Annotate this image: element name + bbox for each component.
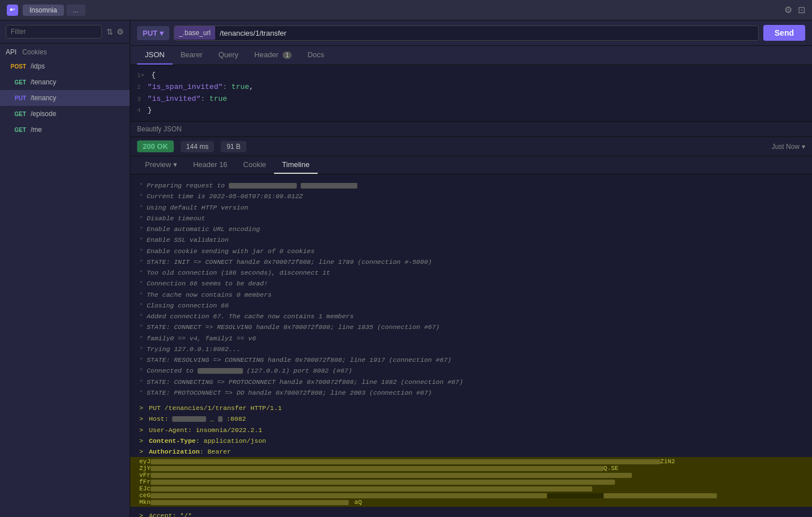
tl-line: * Added connection 67. The cache now con… — [130, 311, 812, 322]
tl-line: * Preparing request to — [130, 180, 812, 191]
tab-docs[interactable]: Docs — [300, 46, 332, 65]
tl-line: * Using default HTTP version — [130, 202, 812, 213]
body-line-3: 3"is_invited": true — [137, 93, 805, 105]
top-bar: Insomnia ... ⚙ ⊡ — [0, 0, 812, 20]
tab-timeline[interactable]: Timeline — [274, 156, 318, 174]
tl-line: * Disable timeout — [130, 213, 812, 224]
sidebar-item-post-idps[interactable]: POST /idps — [0, 58, 130, 74]
top-bar-icons: ⚙ ⊡ — [784, 5, 805, 15]
tl-line-auth: > Authorization: Bearer — [130, 446, 812, 457]
app-tab-insomnia[interactable]: Insomnia — [23, 5, 64, 16]
method-select[interactable]: PUT ▾ — [137, 26, 169, 40]
item-path: /idps — [31, 62, 45, 70]
sidebar-item-put-tenancy[interactable]: PUT /tenancy — [0, 90, 130, 106]
settings-icon[interactable]: ⚙ — [117, 27, 124, 36]
url-path: /tenancies/1/transfer — [215, 26, 291, 40]
sidebar: ⇅ ⚙ API Cookies POST /idps GET /tenancy … — [0, 20, 130, 517]
redacted — [218, 416, 223, 422]
tl-line: * STATE: RESOLVING => CONNECTING handle … — [130, 354, 812, 365]
timestamp: Just Now ▾ — [772, 143, 805, 151]
url-bar[interactable]: _.base_url /tenancies/1/transfer — [174, 25, 759, 41]
response-bar: 200 OK 144 ms 91 B Just Now ▾ — [130, 137, 812, 156]
chevron-down-icon[interactable]: ▾ — [802, 143, 805, 151]
sidebar-item-get-tenancy[interactable]: GET /tenancy — [0, 74, 130, 90]
response-time: 144 ms — [181, 141, 214, 152]
tl-line: * The cache now contains 0 members — [130, 289, 812, 300]
method-badge-get: GET — [7, 127, 26, 133]
send-button[interactable]: Send — [763, 25, 805, 41]
request-bar: PUT ▾ application/json _.base_url /tenan… — [130, 20, 812, 46]
redacted — [229, 183, 297, 189]
sidebar-tabs: API Cookies — [0, 44, 130, 58]
body-editor[interactable]: 1▾{ 2"is_span_invited": true, 3"is_invit… — [130, 65, 812, 122]
filter-input[interactable] — [6, 25, 102, 39]
item-path: /episode — [31, 110, 56, 118]
resp-header-badge: 16 — [219, 160, 227, 169]
sidebar-tab-cookies[interactable]: Cookies — [22, 48, 46, 56]
url-wrapper: application/json _.base_url /tenancies/1… — [174, 25, 759, 41]
sidebar-header: ⇅ ⚙ — [0, 20, 130, 44]
response-size: 91 B — [221, 141, 246, 152]
tl-line-user-agent: > User-Agent: insomnia/2022.2.1 — [130, 425, 812, 435]
body-line-4: 4} — [137, 105, 805, 117]
sidebar-header-icons: ⇅ ⚙ — [106, 27, 124, 36]
tab-resp-header[interactable]: Header 16 — [185, 156, 236, 174]
method-badge-get: GET — [7, 79, 26, 86]
redacted — [198, 368, 243, 374]
bearer-line: vFr — [139, 472, 812, 478]
tab-header[interactable]: Header 1 — [246, 46, 300, 65]
app-tab-2[interactable]: ... — [66, 5, 86, 16]
app-logo — [7, 5, 18, 16]
tl-line-host: > Host: _ :8082 — [130, 413, 812, 424]
tl-line: * Connection 66 seems to be dead! — [130, 278, 812, 289]
tab-cookie[interactable]: Cookie — [236, 156, 274, 174]
method-badge-get: GET — [7, 111, 26, 117]
response-area: 200 OK 144 ms 91 B Just Now ▾ Preview ▾ … — [130, 137, 812, 517]
tab-json[interactable]: JSON — [137, 46, 173, 65]
sort-icon[interactable]: ⇅ — [106, 27, 113, 36]
method-badge-put: PUT — [7, 95, 26, 101]
top-bar-tabs: Insomnia ... — [23, 5, 780, 16]
chevron-icon: ▾ — [173, 160, 177, 169]
url-base: _.base_url — [174, 26, 215, 40]
tl-line: * STATE: PROTOCONNECT => DO handle 0x700… — [130, 387, 812, 398]
tab-query[interactable]: Query — [211, 46, 246, 65]
timeline: * Preparing request to * Current time is… — [130, 174, 812, 517]
tl-line: * Closing connection 66 — [130, 300, 812, 311]
sidebar-tab-api[interactable]: API — [6, 48, 16, 56]
bearer-line: fFr — [139, 478, 812, 485]
sidebar-item-get-episode[interactable]: GET /episode — [0, 106, 130, 122]
chevron-icon: ▾ — [160, 29, 164, 37]
item-path: /tenancy — [31, 94, 56, 102]
bearer-line: MknaQ — [139, 499, 812, 506]
svg-rect-2 — [13, 8, 15, 10]
header-badge: 1 — [283, 52, 292, 59]
sidebar-item-get-me[interactable]: GET /me — [0, 122, 130, 138]
bearer-line: eyJZiN2 — [139, 458, 812, 465]
settings-icon[interactable]: ⚙ — [784, 5, 792, 15]
bearer-block: eyJZiN2 ZjYQ.SE vFr fFr EJc ceG MknaQ — [130, 457, 812, 507]
beautify-button[interactable]: Beautify JSON — [130, 122, 812, 137]
redacted — [301, 183, 357, 189]
content-area: PUT ▾ application/json _.base_url /tenan… — [130, 20, 812, 517]
main-layout: ⇅ ⚙ API Cookies POST /idps GET /tenancy … — [0, 20, 812, 517]
tl-line: * STATE: INIT => CONNECT handle 0x700072… — [130, 257, 812, 267]
expand-icon[interactable]: ⊡ — [798, 5, 805, 15]
svg-rect-1 — [10, 8, 12, 11]
sidebar-items: POST /idps GET /tenancy PUT /tenancy GET… — [0, 58, 130, 517]
item-path: /tenancy — [31, 78, 56, 86]
bearer-line: ceG — [139, 492, 812, 499]
body-line-2: 2"is_span_invited": true, — [137, 82, 805, 93]
tl-line-content-type: > Content-Type: application/json — [130, 435, 812, 446]
request-tabs: JSON Bearer Query Header 1 Docs — [130, 46, 812, 65]
bearer-line: ZjYQ.SE — [139, 465, 812, 472]
response-tabs: Preview ▾ Header 16 Cookie Timeline — [130, 156, 812, 174]
item-path: /me — [31, 126, 42, 134]
redacted — [172, 416, 206, 422]
tl-line: * Trying 127.0.0.1:8082... — [130, 344, 812, 354]
tl-line: * Current time is 2022-05-06T07:01:09.01… — [130, 191, 812, 202]
tl-line-accept: > Accept: */* — [130, 510, 812, 517]
tl-line: * Enable cookie sending with jar of 0 co… — [130, 246, 812, 257]
tab-bearer[interactable]: Bearer — [173, 46, 211, 65]
tab-preview[interactable]: Preview ▾ — [137, 156, 185, 174]
